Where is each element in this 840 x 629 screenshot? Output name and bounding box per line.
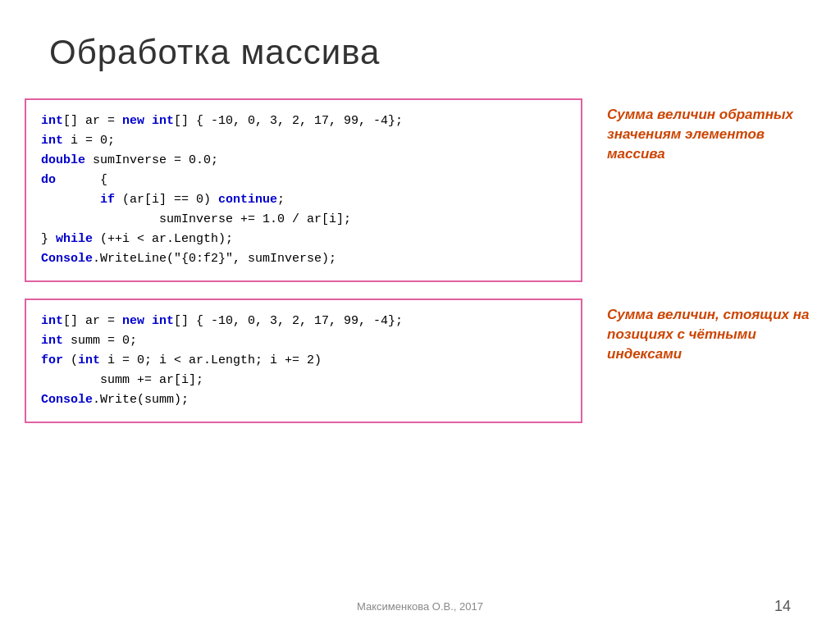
code-box-1: int[] ar = new int[] { -10, 0, 3, 2, 17,…: [25, 98, 582, 282]
code-line: Console.WriteLine("{0:f2}", sumInverse);: [41, 249, 566, 269]
desc-box-1: Сумма величин обратных значениям элемент…: [599, 98, 815, 163]
content-area: int[] ar = new int[] { -10, 0, 3, 2, 17,…: [25, 98, 815, 423]
footer-page-number: 14: [774, 598, 791, 615]
code-line: int i = 0;: [41, 131, 566, 151]
footer: Максименкова О.В., 2017 14: [0, 600, 840, 613]
page-title: Обработка массива: [49, 33, 380, 72]
code-line: for (int i = 0; i < ar.Length; i += 2): [41, 351, 566, 371]
code-line: int[] ar = new int[] { -10, 0, 3, 2, 17,…: [41, 112, 566, 131]
code-row-1: int[] ar = new int[] { -10, 0, 3, 2, 17,…: [25, 98, 815, 282]
code-row-2: int[] ar = new int[] { -10, 0, 3, 2, 17,…: [25, 299, 815, 423]
code-line: double sumInverse = 0.0;: [41, 151, 566, 171]
code-line: if (ar[i] == 0) continue;: [41, 190, 566, 210]
code-line: sumInverse += 1.0 / ar[i];: [41, 210, 566, 230]
code-line: int summ = 0;: [41, 331, 566, 351]
code-line: do {: [41, 171, 566, 190]
code-line: summ += ar[i];: [41, 371, 566, 390]
code-box-2: int[] ar = new int[] { -10, 0, 3, 2, 17,…: [25, 299, 582, 423]
code-line: } while (++i < ar.Length);: [41, 230, 566, 249]
code-line: int[] ar = new int[] { -10, 0, 3, 2, 17,…: [41, 312, 566, 331]
code-line: Console.Write(summ);: [41, 390, 566, 410]
desc-box-2: Сумма величин, стоящих на позициях с чёт…: [599, 299, 815, 363]
footer-author: Максименкова О.В., 2017: [0, 600, 840, 613]
